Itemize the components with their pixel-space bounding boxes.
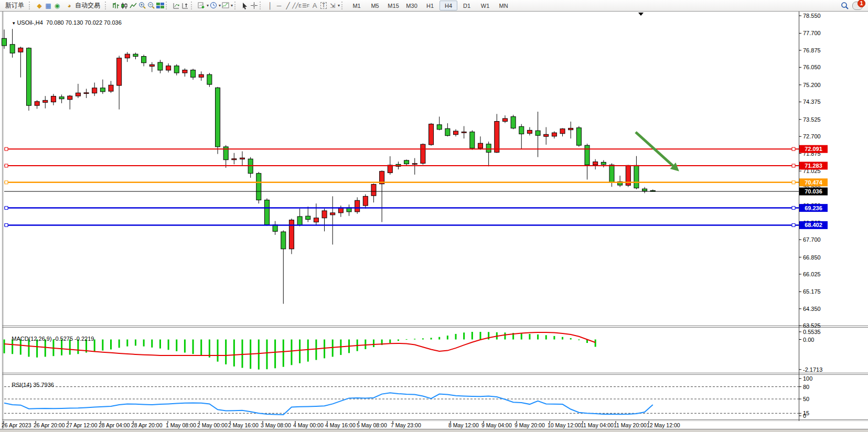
candle-body <box>43 100 48 102</box>
auto-scroll-icon[interactable] <box>172 2 180 10</box>
rsi-tick-label: 80 <box>803 384 809 390</box>
candle-body <box>412 164 417 165</box>
main-toolbar: 新订单 ◆ ▦ ◉ ◕ 自动交易 <box>0 0 868 12</box>
macd-histogram-bar <box>315 340 317 360</box>
tab-timeframe-m15[interactable]: M15 <box>384 1 402 10</box>
tile-windows-icon[interactable] <box>156 2 164 10</box>
candle-body <box>642 189 647 191</box>
tab-timeframe-m1[interactable]: M1 <box>348 1 366 10</box>
macd-histogram-bar <box>504 332 506 339</box>
candle-body <box>133 54 138 56</box>
candle-body <box>519 126 524 134</box>
chart-canvas[interactable]: 78.55077.70076.87576.05075.20074.37573.5… <box>0 0 868 432</box>
new-chart-icon[interactable] <box>197 2 206 10</box>
search-icon[interactable] <box>841 2 849 10</box>
indicators-icon[interactable] <box>221 2 230 10</box>
macd-histogram-bar <box>233 340 235 366</box>
period-caret-icon[interactable]: ▾ <box>219 3 221 8</box>
level-handle[interactable] <box>792 223 795 226</box>
cursor-tool-icon[interactable] <box>241 2 249 10</box>
tab-timeframe-m5[interactable]: M5 <box>366 1 384 10</box>
tab-timeframe-h1[interactable]: H1 <box>421 1 439 10</box>
candle-body <box>462 132 466 133</box>
indicators-caret-icon[interactable]: ▾ <box>231 3 233 8</box>
candle-body <box>355 200 360 212</box>
candle-body <box>445 128 450 135</box>
chart-shift-icon[interactable] <box>181 2 189 10</box>
candle-body <box>388 165 392 173</box>
level-handle[interactable] <box>5 181 8 184</box>
macd-histogram-bar <box>36 340 38 358</box>
candle-body <box>330 213 335 215</box>
candle-body <box>544 134 549 136</box>
tab-timeframe-h4[interactable]: H4 <box>440 1 457 10</box>
line-chart-type-icon[interactable] <box>129 2 137 10</box>
time-tick-label: 26 Apr 20:00 <box>34 422 65 428</box>
auto-trading-label: 自动交易 <box>75 1 100 10</box>
level-handle[interactable] <box>792 181 795 184</box>
market-watch-icon[interactable]: ◆ <box>35 2 44 10</box>
level-handle[interactable] <box>5 223 8 226</box>
arrows-caret-icon[interactable]: ▾ <box>338 3 340 8</box>
strategy-tester-icon[interactable]: ◉ <box>53 2 61 10</box>
level-handle[interactable] <box>5 147 8 150</box>
macd-histogram-bar <box>537 334 539 340</box>
zoom-in-icon[interactable] <box>138 2 146 10</box>
level-handle[interactable] <box>5 164 8 167</box>
candle-body <box>207 74 212 84</box>
price-tick-label: 74.375 <box>803 99 821 105</box>
tab-timeframe-w1[interactable]: W1 <box>476 1 494 10</box>
arrows-tool-icon[interactable]: ⇲ <box>328 2 337 10</box>
candle-body <box>404 160 409 164</box>
bar-chart-type-icon[interactable] <box>111 2 120 10</box>
new-chart-caret-icon[interactable]: ▾ <box>207 3 209 8</box>
price-badge-label: 70.036 <box>805 188 822 195</box>
time-tick-label: 2 May 00:00 <box>197 422 228 428</box>
time-tick-label: 2 May 16:00 <box>228 422 259 428</box>
zoom-out-icon[interactable] <box>147 2 155 10</box>
tab-timeframe-d1[interactable]: D1 <box>458 1 476 10</box>
text-tool-icon[interactable]: A <box>310 2 319 10</box>
notifications-icon[interactable]: 1 <box>852 2 863 10</box>
channel-tool-icon[interactable]: ╱╱E <box>293 2 301 10</box>
candle-body <box>363 196 368 206</box>
trendline-tool-icon[interactable]: ╱ <box>284 2 292 10</box>
level-handle[interactable] <box>5 207 8 210</box>
candle-body <box>264 200 269 224</box>
notification-badge: 1 <box>858 0 865 7</box>
fibonacci-tool-icon[interactable]: ☰F <box>302 2 310 10</box>
text-label-tool-icon[interactable]: T <box>319 2 328 10</box>
period-clock-icon[interactable] <box>209 2 218 10</box>
tab-timeframe-mn[interactable]: MN <box>495 1 512 10</box>
candle-body <box>117 58 122 85</box>
macd-histogram-bar <box>4 340 5 353</box>
macd-histogram-bar <box>266 340 267 370</box>
horizontal-line-tool-icon[interactable]: ─ <box>275 2 283 10</box>
candlestick-type-icon[interactable] <box>120 2 128 10</box>
level-handle[interactable] <box>792 147 795 150</box>
macd-histogram-bar <box>110 340 112 350</box>
price-badge-label: 71.283 <box>805 163 822 169</box>
auto-trading-icon: ◕ <box>65 2 73 10</box>
data-window-icon[interactable]: ▦ <box>44 2 52 10</box>
level-handle[interactable] <box>792 164 795 167</box>
level-handle[interactable] <box>792 207 795 210</box>
candle-body <box>216 88 220 147</box>
macd-histogram-bar <box>20 340 22 355</box>
vertical-line-tool-icon[interactable]: │ <box>266 2 274 10</box>
macd-histogram-bar <box>12 340 13 354</box>
tab-timeframe-m30[interactable]: M30 <box>403 1 421 10</box>
time-tick-label: 1 May 08:00 <box>166 422 196 428</box>
macd-histogram-bar <box>406 339 408 340</box>
auto-trading-button[interactable]: ◕ 自动交易 <box>62 1 103 10</box>
macd-histogram-bar <box>28 340 29 357</box>
price-tick-label: 72.700 <box>803 133 821 139</box>
macd-histogram-bar <box>217 340 219 362</box>
fibonacci-tool-label: F <box>307 2 309 10</box>
crosshair-tool-icon[interactable] <box>250 2 258 10</box>
price-badge-label: 69.236 <box>805 205 822 211</box>
new-order-button[interactable]: 新订单 <box>2 1 27 10</box>
candle-body <box>552 133 556 136</box>
candle-body <box>560 129 565 134</box>
macd-histogram-bar <box>463 332 465 339</box>
